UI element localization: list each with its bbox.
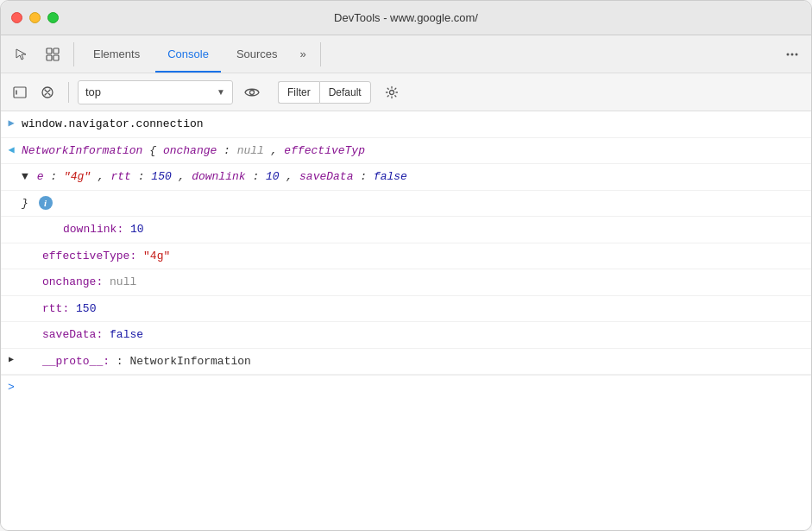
tab-elements[interactable]: Elements — [81, 35, 152, 73]
svg-point-10 — [389, 90, 393, 94]
row-gutter-3 — [1, 193, 22, 195]
clear-icon[interactable] — [35, 80, 60, 104]
console-output-row-2: ▼ e : "4g" , rtt : 150 , downlink : 10 ,… — [1, 164, 811, 191]
row-gutter-2 — [1, 166, 22, 168]
prop-effectivetype-row: effectiveType: "4g" — [1, 243, 811, 270]
brace-open: { — [149, 144, 156, 157]
prompt-arrow-icon: > — [8, 379, 15, 396]
onchange-prop-key: onchange: — [42, 275, 103, 288]
proto-val: NetworkInformation — [129, 355, 250, 368]
colon5: : — [360, 170, 374, 183]
console-command-row: ▶ window.navigator.connection — [1, 111, 811, 138]
eye-icon[interactable] — [240, 80, 264, 104]
svg-point-6 — [796, 53, 798, 55]
prop-savedata: saveData: false — [22, 324, 804, 346]
space6: : — [116, 355, 130, 368]
svg-rect-2 — [47, 55, 52, 60]
row-gutter-1: ◀ — [1, 140, 22, 158]
toolbar: top ▼ Filter Default — [1, 73, 811, 111]
command-text: window.navigator.connection — [22, 113, 804, 136]
row-gutter-oc — [1, 271, 22, 274]
savedata-prop-key: saveData: — [42, 328, 103, 341]
console-output-row-3: } i — [1, 191, 811, 218]
console-output-row-1: ◀ NetworkInformation { onchange : null ,… — [1, 138, 811, 165]
left-arrow-icon: ◀ — [8, 142, 14, 158]
colon3: : — [138, 170, 152, 183]
comma3: , — [179, 170, 192, 183]
prop-effectivetype: effectiveType: "4g" — [22, 245, 804, 268]
prop-onchange: onchange: null — [22, 271, 804, 294]
filter-button[interactable]: Filter — [278, 81, 319, 104]
onchange-prop-val: null — [110, 275, 136, 288]
proto-expand-icon[interactable]: ▶ — [9, 353, 14, 366]
svg-rect-7 — [14, 87, 26, 98]
row-gutter-sd — [1, 324, 22, 326]
prop-savedata-row: saveData: false — [1, 322, 811, 349]
close-button[interactable] — [11, 12, 22, 23]
prop-downlink-row: downlink: 10 — [1, 217, 811, 243]
class-name: NetworkInformation — [22, 144, 142, 157]
tab-divider-1 — [73, 42, 74, 66]
tab-divider-2 — [320, 42, 321, 66]
execute-icon[interactable] — [8, 80, 32, 104]
savedata-val: false — [374, 170, 407, 183]
filter-section: Filter Default — [278, 81, 371, 104]
savedata-key: saveData — [299, 170, 353, 183]
cursor-icon[interactable] — [8, 41, 35, 68]
toolbar-divider — [68, 82, 69, 103]
brace-close: } — [22, 197, 28, 210]
output-line2-italic: ▼ e : "4g" , rtt : 150 , downlink : 10 ,… — [22, 170, 407, 183]
downlink-val: 10 — [266, 170, 280, 183]
svg-point-9 — [250, 90, 255, 94]
effectivetype-prop-val: "4g" — [143, 250, 170, 262]
tab-console[interactable]: Console — [155, 35, 221, 73]
window-title: DevTools - www.google.com/ — [334, 11, 478, 24]
output-line-2: ▼ e : "4g" , rtt : 150 , downlink : 10 ,… — [22, 166, 804, 188]
collapse-arrow-icon[interactable]: ▼ — [22, 168, 28, 186]
downlink-key: downlink — [192, 170, 245, 183]
rtt-prop-val: 150 — [76, 302, 96, 315]
output-line-1: NetworkInformation { onchange : null , e… — [22, 140, 804, 162]
onchange-key: onchange — [163, 144, 217, 157]
output-network-info: NetworkInformation { onchange : null , e… — [22, 144, 365, 157]
default-button[interactable]: Default — [319, 81, 371, 104]
output-line3-italic: } i — [22, 197, 53, 210]
info-badge[interactable]: i — [39, 196, 53, 210]
svg-point-4 — [787, 53, 790, 55]
context-selector-text: top — [85, 85, 210, 98]
prop-downlink: downlink: 10 — [42, 218, 804, 241]
tab-more[interactable]: » — [293, 42, 313, 66]
prop-rtt-row: rtt: 150 — [1, 296, 811, 323]
tab-bar-right — [780, 42, 804, 66]
more-options-button[interactable] — [780, 42, 804, 66]
colon1: : — [223, 144, 237, 157]
svg-rect-1 — [54, 48, 59, 54]
dropdown-arrow-icon: ▼ — [217, 87, 225, 97]
comma2: , — [98, 170, 111, 183]
effectivetype-prop-key: effectiveType: — [42, 250, 136, 262]
rtt-prop-key: rtt: — [42, 302, 69, 315]
tab-bar: Elements Console Sources » — [1, 35, 811, 73]
row-gutter-dl — [22, 218, 42, 221]
downlink-prop-val: 10 — [130, 223, 144, 236]
prop-proto-row: ▶ __proto__: : NetworkInformation — [1, 349, 811, 376]
prop-onchange-row: onchange: null — [1, 269, 811, 296]
settings-icon[interactable] — [380, 80, 404, 104]
prop-rtt: rtt: 150 — [22, 298, 804, 320]
console-input[interactable] — [20, 381, 804, 394]
tab-sources[interactable]: Sources — [224, 35, 290, 73]
row-gutter-rtt — [1, 298, 22, 300]
inspect-icon[interactable] — [39, 41, 66, 68]
title-bar: DevTools - www.google.com/ — [1, 1, 811, 35]
row-gutter-et — [1, 245, 22, 248]
maximize-button[interactable] — [47, 12, 59, 23]
minimize-button[interactable] — [29, 12, 41, 23]
proto-key: __proto__: — [42, 355, 110, 368]
effectivetype-key: effectiveTyp — [284, 144, 365, 157]
colon4: : — [252, 170, 266, 183]
prop-proto: __proto__: : NetworkInformation — [22, 351, 804, 373]
right-arrow-icon: ▶ — [8, 116, 14, 131]
context-selector[interactable]: top ▼ — [78, 80, 233, 104]
row-gutter-proto: ▶ — [1, 351, 22, 366]
colon2: : — [50, 170, 64, 183]
